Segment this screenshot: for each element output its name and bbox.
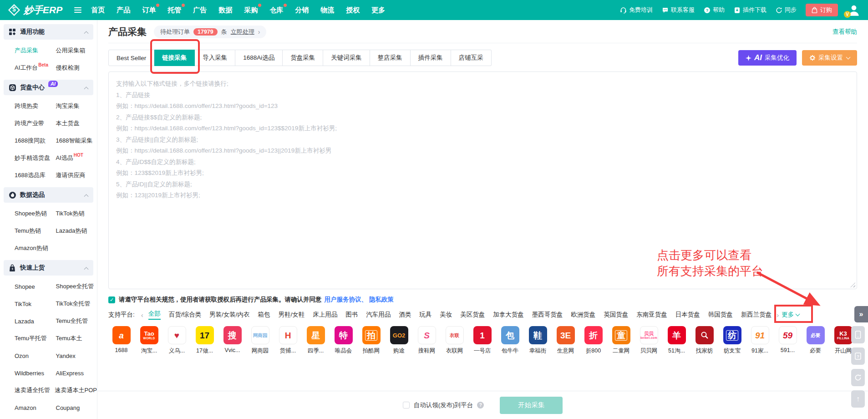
sidebar-item[interactable]: 侵权检测 xyxy=(56,64,97,72)
category-item[interactable]: 英国货盘 xyxy=(604,311,628,319)
link-input-textarea[interactable]: 支持输入以下格式链接，多个链接请换行;1、产品链接例如：https://deta… xyxy=(108,72,857,289)
sidebar-item[interactable]: 本土货盘 xyxy=(56,119,97,128)
platform-item[interactable]: TaoWORLD淘宝... xyxy=(135,326,163,355)
category-item[interactable]: 日本货盘 xyxy=(675,311,700,319)
sidebar-item[interactable]: 淘宝采集 xyxy=(56,102,97,110)
platform-item[interactable]: 包包牛牛 xyxy=(496,326,524,355)
platform-item[interactable]: 1一号店 xyxy=(468,326,496,355)
sidebar-item[interactable]: 1688选品库 xyxy=(15,171,56,179)
collapse-caret-icon[interactable] xyxy=(84,87,89,91)
sidebar-item[interactable]: TikTok xyxy=(15,301,56,307)
sidebar-item[interactable]: Amazon xyxy=(15,404,56,411)
mobile-app-button[interactable] xyxy=(851,326,865,343)
sidebar-item[interactable]: Yandex xyxy=(56,353,97,359)
platform-item[interactable]: a1688 xyxy=(107,326,135,355)
category-item[interactable]: 加拿大货盘 xyxy=(493,311,524,319)
sidebar-item[interactable]: 速卖通本土POP xyxy=(55,386,97,394)
sidebar-section-header[interactable]: 货盘中心AI xyxy=(4,80,93,95)
category-item[interactable]: 酒类 xyxy=(399,311,411,319)
nav-item[interactable]: 采购 xyxy=(244,6,258,15)
category-item[interactable]: 汽车用品 xyxy=(366,311,391,319)
platform-item[interactable]: 羊51淘... xyxy=(663,326,690,355)
sidebar-item[interactable]: 跨境热卖 xyxy=(15,102,56,110)
platform-item[interactable]: 折折800 xyxy=(579,326,607,355)
sidebar-item[interactable]: 速卖通全托管 xyxy=(15,386,55,394)
chevron-left-icon[interactable]: ‹ xyxy=(141,311,143,319)
auto-claim-help-icon[interactable]: ? xyxy=(477,402,484,409)
collapse-caret-icon[interactable] xyxy=(84,194,89,199)
nav-item[interactable]: 首页 xyxy=(91,6,105,15)
platform-item[interactable]: ♥义乌... xyxy=(163,326,191,355)
platform-item[interactable]: H货捕... xyxy=(274,326,302,355)
tab-item[interactable]: 关键词采集 xyxy=(323,50,370,66)
view-help-link[interactable]: 查看帮助 xyxy=(832,28,857,36)
sync-link[interactable]: 同步 xyxy=(776,6,797,14)
start-collection-button[interactable]: 开始采集 xyxy=(500,397,563,414)
category-item[interactable]: 韩国货盘 xyxy=(708,311,733,319)
process-now-link[interactable]: 立即处理 xyxy=(231,28,254,36)
category-item[interactable]: 墨西哥货盘 xyxy=(532,311,563,319)
tab-item[interactable]: 店铺互采 xyxy=(451,50,492,66)
training-link[interactable]: 免费培训 xyxy=(620,6,653,14)
tab-item[interactable]: Best Seller xyxy=(108,50,154,66)
collapse-caret-icon[interactable] xyxy=(84,267,89,271)
platform-item[interactable]: GO2购途 xyxy=(385,326,413,355)
nav-item[interactable]: 数据 xyxy=(218,6,232,15)
category-item[interactable]: 男装/女装/内衣 xyxy=(209,311,250,319)
platform-item[interactable]: 9191家... xyxy=(746,326,774,355)
sidebar-item[interactable]: TikTok热销 xyxy=(56,210,97,218)
sidebar-item[interactable]: Temu全托管 xyxy=(56,317,97,325)
help-link[interactable]: ?帮助 xyxy=(704,6,725,14)
category-item[interactable]: 玩具 xyxy=(419,311,431,319)
sidebar-item[interactable]: Temu热销 xyxy=(15,227,56,235)
tab-item[interactable]: 插件采集 xyxy=(411,50,451,66)
resize-handle[interactable] xyxy=(850,282,855,287)
sidebar-item[interactable]: 邀请供应商 xyxy=(56,171,97,179)
sidebar-item[interactable]: AI工作台Beta xyxy=(15,64,56,72)
category-item[interactable]: 新西兰货盘 xyxy=(741,311,772,319)
sidebar-item[interactable]: Lazada xyxy=(15,318,56,325)
tab-item[interactable]: 1688Ai选品 xyxy=(235,50,283,66)
category-item[interactable]: 欧洲货盘 xyxy=(571,311,595,319)
category-item[interactable]: 箱包 xyxy=(258,311,270,319)
nav-item[interactable]: 仓库 xyxy=(269,6,283,15)
sidebar-item[interactable]: Shopee全托管 xyxy=(56,282,97,291)
tab-item[interactable]: 货盘采集 xyxy=(283,50,323,66)
platform-item[interactable]: 59591... xyxy=(774,326,802,355)
platform-item[interactable]: 鞋幸福街 xyxy=(524,326,552,355)
sidebar-item[interactable]: Temu半托管 xyxy=(15,334,56,342)
category-item[interactable]: 男鞋/女鞋 xyxy=(279,311,305,319)
platform-item[interactable]: 纺纺支宝 xyxy=(718,326,746,355)
refresh-button[interactable] xyxy=(851,369,865,386)
sidebar-item[interactable]: 1688搜同款 xyxy=(15,137,56,145)
nav-item[interactable]: 分销 xyxy=(295,6,309,15)
terms-of-service-link[interactable]: 用户服务协议、 xyxy=(325,296,368,304)
sidebar-item[interactable]: Shopee xyxy=(15,283,56,290)
sidebar-item[interactable]: Lazada热销 xyxy=(56,227,97,235)
platform-item[interactable]: 贝贝beibei.com贝贝网 xyxy=(635,326,663,355)
nav-item[interactable]: 物流 xyxy=(320,6,334,15)
platform-item[interactable]: 3E生意网 xyxy=(552,326,579,355)
agreement-checkbox[interactable]: ✓ xyxy=(108,296,115,303)
sidebar-section-header[interactable]: 快速上货 xyxy=(4,260,93,276)
sidebar-item[interactable]: 妙手精选货盘 xyxy=(15,154,56,162)
sidebar-item[interactable]: 产品采集 xyxy=(15,46,56,55)
sidebar-item[interactable]: AI选品HOT xyxy=(56,154,97,162)
auto-claim-checkbox[interactable] xyxy=(403,402,410,409)
category-item[interactable]: 美区货盘 xyxy=(460,311,485,319)
sidebar-item[interactable]: 跨境产业带 xyxy=(15,119,56,128)
support-link[interactable]: 联系客服 xyxy=(662,6,695,14)
category-item[interactable]: 床上用品 xyxy=(313,311,337,319)
nav-item[interactable]: 授权 xyxy=(346,6,360,15)
platform-item[interactable]: 星四季... xyxy=(302,326,330,355)
plugin-download-link[interactable]: 插件下载 xyxy=(734,6,766,14)
tab-link-collect-active[interactable]: 链接采集 xyxy=(154,50,195,66)
category-item[interactable]: 百货/综合类 xyxy=(169,311,201,319)
sidebar-item[interactable]: Temu本土 xyxy=(56,334,97,342)
sidebar-item[interactable]: 公用采集箱 xyxy=(56,46,97,55)
collection-settings-button[interactable]: 采集设置 xyxy=(802,50,857,66)
ai-optimize-button[interactable]: AI 采集优化 xyxy=(738,50,797,66)
sidebar-section-header[interactable]: 通用功能 xyxy=(4,24,93,40)
platform-item[interactable]: 搜Vvic... xyxy=(218,326,246,355)
category-item[interactable]: 全部 xyxy=(148,310,161,320)
